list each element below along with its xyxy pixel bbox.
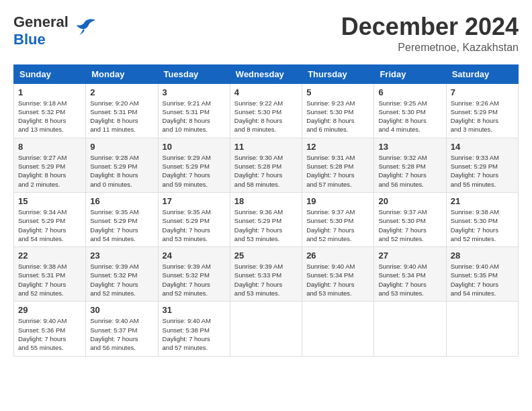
daylight-label: Daylight: 7 hours	[451, 281, 498, 288]
daylight-label: Daylight: 7 hours	[163, 335, 210, 342]
sunset-label: Sunset: 5:28 PM	[378, 163, 425, 170]
sunrise-label: Sunrise: 9:37 AM	[378, 208, 427, 216]
day-number: 21	[451, 196, 514, 206]
day-number: 23	[90, 250, 153, 261]
daylight-minutes: and 52 minutes.	[163, 289, 208, 297]
sunrise-label: Sunrise: 9:28 AM	[90, 154, 138, 161]
sunset-label: Sunset: 5:30 PM	[234, 108, 281, 116]
daylight-minutes: and 53 minutes.	[234, 289, 280, 297]
daylight-minutes: and 53 minutes.	[378, 289, 424, 297]
daylight-minutes: and 54 minutes.	[90, 235, 136, 242]
daylight-minutes: and 4 minutes.	[378, 126, 420, 133]
day-info: Sunrise: 9:21 AM Sunset: 5:31 PM Dayligh…	[163, 99, 226, 134]
sunset-label: Sunset: 5:31 PM	[18, 271, 65, 279]
sunrise-label: Sunrise: 9:34 AM	[18, 208, 66, 216]
daylight-label: Daylight: 7 hours	[163, 281, 210, 288]
sunrise-label: Sunrise: 9:31 AM	[306, 154, 355, 161]
daylight-minutes: and 52 minutes.	[451, 235, 496, 242]
daylight-minutes: and 2 minutes.	[18, 181, 60, 188]
calendar-cell: 21 Sunrise: 9:38 AM Sunset: 5:30 PM Dayl…	[446, 192, 518, 246]
daylight-label: Daylight: 7 hours	[306, 281, 354, 288]
sunset-label: Sunset: 5:29 PM	[90, 217, 137, 224]
daylight-minutes: and 6 minutes.	[306, 126, 348, 133]
day-of-week-header: Monday	[86, 64, 158, 83]
sunset-label: Sunset: 5:29 PM	[451, 108, 498, 116]
daylight-minutes: and 52 minutes.	[306, 235, 352, 242]
day-info: Sunrise: 9:34 AM Sunset: 5:29 PM Dayligh…	[18, 208, 81, 243]
calendar-cell: 29 Sunrise: 9:40 AM Sunset: 5:36 PM Dayl…	[14, 302, 86, 356]
daylight-label: Daylight: 7 hours	[18, 281, 66, 288]
daylight-label: Daylight: 7 hours	[234, 281, 282, 288]
day-number: 18	[234, 196, 298, 206]
daylight-label: Daylight: 7 hours	[451, 171, 498, 179]
day-info: Sunrise: 9:29 AM Sunset: 5:29 PM Dayligh…	[163, 153, 226, 189]
sunset-label: Sunset: 5:31 PM	[163, 108, 210, 116]
daylight-minutes: and 10 minutes.	[163, 126, 208, 133]
day-info: Sunrise: 9:35 AM Sunset: 5:29 PM Dayligh…	[163, 208, 226, 243]
day-number: 1	[18, 87, 81, 97]
day-number: 15	[18, 196, 81, 206]
sunset-label: Sunset: 5:29 PM	[18, 163, 65, 170]
sunrise-label: Sunrise: 9:20 AM	[90, 99, 138, 107]
day-info: Sunrise: 9:39 AM Sunset: 5:33 PM Dayligh…	[234, 262, 298, 298]
daylight-label: Daylight: 8 hours	[163, 117, 210, 124]
calendar-cell: 19 Sunrise: 9:37 AM Sunset: 5:30 PM Dayl…	[302, 192, 374, 246]
page-header: GeneralBlue December 2024 Peremetnoe, Ka…	[13, 13, 519, 54]
daylight-label: Daylight: 7 hours	[90, 281, 138, 288]
day-of-week-header: Tuesday	[158, 64, 230, 83]
sunrise-label: Sunrise: 9:40 AM	[451, 263, 499, 270]
sunset-label: Sunset: 5:38 PM	[163, 326, 210, 334]
sunrise-label: Sunrise: 9:29 AM	[163, 154, 211, 161]
sunrise-label: Sunrise: 9:27 AM	[18, 154, 66, 161]
calendar-cell: 24 Sunrise: 9:39 AM Sunset: 5:32 PM Dayl…	[158, 247, 230, 302]
sunset-label: Sunset: 5:31 PM	[90, 108, 137, 116]
sunrise-label: Sunrise: 9:39 AM	[90, 263, 138, 270]
sunrise-label: Sunrise: 9:35 AM	[90, 208, 138, 216]
sunrise-label: Sunrise: 9:22 AM	[234, 99, 283, 107]
daylight-label: Daylight: 7 hours	[234, 171, 282, 179]
day-of-week-header: Saturday	[446, 64, 518, 83]
sunrise-label: Sunrise: 9:35 AM	[163, 208, 211, 216]
day-info: Sunrise: 9:20 AM Sunset: 5:31 PM Dayligh…	[90, 99, 153, 134]
daylight-minutes: and 13 minutes.	[18, 126, 64, 133]
daylight-label: Daylight: 8 hours	[18, 117, 66, 124]
day-info: Sunrise: 9:40 AM Sunset: 5:34 PM Dayligh…	[306, 262, 369, 298]
calendar-cell: 12 Sunrise: 9:31 AM Sunset: 5:28 PM Dayl…	[302, 138, 374, 192]
calendar-cell: 28 Sunrise: 9:40 AM Sunset: 5:35 PM Dayl…	[446, 247, 518, 302]
daylight-minutes: and 55 minutes.	[451, 181, 496, 188]
calendar-cell: 7 Sunrise: 9:26 AM Sunset: 5:29 PM Dayli…	[446, 83, 518, 138]
calendar-cell: 26 Sunrise: 9:40 AM Sunset: 5:34 PM Dayl…	[302, 247, 374, 302]
day-number: 29	[18, 305, 81, 315]
calendar-cell: 23 Sunrise: 9:39 AM Sunset: 5:32 PM Dayl…	[86, 247, 158, 302]
daylight-label: Daylight: 7 hours	[378, 171, 426, 179]
day-info: Sunrise: 9:40 AM Sunset: 5:37 PM Dayligh…	[90, 316, 153, 352]
sunrise-label: Sunrise: 9:40 AM	[18, 317, 66, 324]
day-number: 13	[378, 142, 441, 152]
daylight-label: Daylight: 8 hours	[18, 171, 66, 179]
day-info: Sunrise: 9:26 AM Sunset: 5:29 PM Dayligh…	[451, 99, 514, 134]
sunset-label: Sunset: 5:29 PM	[163, 217, 210, 224]
sunrise-label: Sunrise: 9:18 AM	[18, 99, 66, 107]
day-of-week-header: Sunday	[14, 64, 86, 83]
day-info: Sunrise: 9:40 AM Sunset: 5:36 PM Dayligh…	[18, 316, 81, 352]
sunset-label: Sunset: 5:30 PM	[306, 108, 353, 116]
sunset-label: Sunset: 5:32 PM	[90, 271, 137, 279]
day-number: 30	[90, 305, 153, 315]
day-number: 9	[90, 142, 153, 152]
day-info: Sunrise: 9:39 AM Sunset: 5:32 PM Dayligh…	[90, 262, 153, 298]
sunset-label: Sunset: 5:34 PM	[306, 271, 353, 279]
daylight-label: Daylight: 8 hours	[90, 117, 138, 124]
sunrise-label: Sunrise: 9:40 AM	[163, 317, 211, 324]
day-number: 14	[451, 142, 514, 152]
daylight-label: Daylight: 7 hours	[163, 226, 210, 234]
day-number: 24	[163, 250, 226, 261]
daylight-label: Daylight: 7 hours	[90, 226, 138, 234]
calendar-cell: 31 Sunrise: 9:40 AM Sunset: 5:38 PM Dayl…	[158, 302, 230, 356]
sunrise-label: Sunrise: 9:32 AM	[378, 154, 427, 161]
day-of-week-header: Wednesday	[230, 64, 302, 83]
day-info: Sunrise: 9:39 AM Sunset: 5:32 PM Dayligh…	[163, 262, 226, 298]
sunrise-label: Sunrise: 9:25 AM	[378, 99, 427, 107]
logo-text: GeneralBlue	[13, 13, 69, 49]
day-number: 17	[163, 196, 226, 206]
sunrise-label: Sunrise: 9:30 AM	[234, 154, 283, 161]
